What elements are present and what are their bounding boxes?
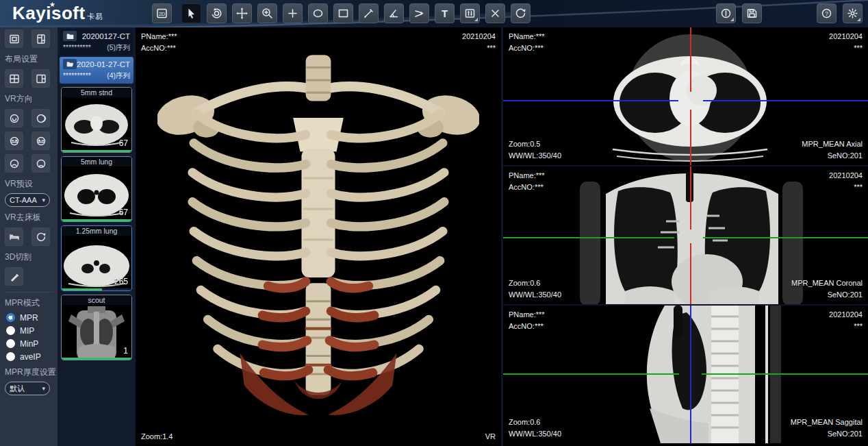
angle-tool-button[interactable] xyxy=(384,3,404,23)
pointer-tool-button[interactable] xyxy=(181,3,201,23)
series-panel: 20200127-CT ********** (5)序列 2020-01-27-… xyxy=(58,27,136,446)
mpr-column: PName:***AccNO:*** 20210204*** Zoom:0.5W… xyxy=(501,27,868,446)
coronal-zoom-overlay: Zoom:0.6WW/WL:350/40 xyxy=(509,277,561,301)
top-toolbar: Kayisoft卡易 ★ 2D xyxy=(0,0,868,27)
radio-icon xyxy=(6,326,15,335)
toolbar-right-tools: ? xyxy=(817,3,863,23)
vr-direction-left-button[interactable] xyxy=(5,132,23,150)
layout-split-button[interactable] xyxy=(31,69,50,88)
logo-star-icon: ★ xyxy=(49,1,55,8)
radio-icon xyxy=(6,339,15,348)
window-level-tool-button[interactable] xyxy=(283,3,303,23)
coronal-crosshair-horizontal[interactable] xyxy=(703,237,868,238)
mpr-axial-viewport[interactable]: PName:***AccNO:*** 20210204*** Zoom:0.5W… xyxy=(503,27,868,166)
series-thumbnail-5mm-lung[interactable]: 5mm lung 67 xyxy=(61,156,132,222)
mpr-mode-radio-mip[interactable]: MIP xyxy=(0,324,58,337)
load-progress-bar xyxy=(62,358,131,360)
toolbar-tools: 2D xyxy=(152,3,531,23)
radio-icon xyxy=(6,352,15,361)
axial-zoom-overlay: Zoom:0.5WW/WL:350/40 xyxy=(509,138,561,162)
sagittal-study-overlay: 20210204*** xyxy=(829,309,863,332)
vr-zoom-overlay: Zoom:1.4 xyxy=(141,431,173,443)
rotate-3d-tool-button[interactable] xyxy=(207,3,227,23)
mpr-mode-radio-minp[interactable]: MinP xyxy=(0,337,58,350)
vr-direction-anterior-button[interactable] xyxy=(5,109,23,127)
zoom-tool-button[interactable] xyxy=(257,3,277,23)
cobb-angle-tool-button[interactable] xyxy=(409,3,429,23)
svg-text:?: ? xyxy=(825,10,828,17)
remove-bed-button[interactable] xyxy=(5,227,23,246)
app-root: Kayisoft卡易 ★ 2D xyxy=(0,0,868,446)
study-stars: ********** xyxy=(63,43,91,53)
help-button[interactable]: ? xyxy=(817,3,837,23)
mpr-thickness-select[interactable]: 默认 ▾ xyxy=(5,382,50,395)
vr-ribcage-rendering xyxy=(157,52,479,436)
vr-preset-value: CT-AAA xyxy=(10,196,37,204)
measure-tool-button[interactable] xyxy=(359,3,379,23)
sagittal-patient-overlay: PName:***AccNO:*** xyxy=(509,309,545,332)
sagittal-crosshair-horizontal[interactable] xyxy=(503,373,679,375)
mpr-sagittal-viewport[interactable]: PName:***AccNO:*** 20210204*** Zoom:0.6W… xyxy=(503,306,868,443)
vr-viewport[interactable]: PName:***AccNO:*** 20210204*** Zoom:1.4 … xyxy=(136,27,501,446)
vr-direction-section-label: VR方向 xyxy=(0,90,58,107)
left-sidebar: 布局设置 VR方向 xyxy=(0,27,58,446)
study-item-2-selected[interactable]: 2020-01-27-CT ********** (4)序列 xyxy=(60,57,133,84)
restore-bed-button[interactable] xyxy=(31,227,50,246)
study-series-count: (4)序列 xyxy=(107,71,130,81)
folder-open-icon xyxy=(63,59,77,69)
vr-direction-posterior-button[interactable] xyxy=(31,109,50,127)
coronal-crosshair-vertical[interactable] xyxy=(690,243,691,306)
sagittal-crosshair-horizontal[interactable] xyxy=(702,373,868,375)
study-item-1[interactable]: 20200127-CT ********** (5)序列 xyxy=(60,29,133,55)
chevron-down-icon: ▾ xyxy=(42,197,45,203)
pan-tool-button[interactable] xyxy=(232,3,252,23)
series-thumbnail-5mm-stnd[interactable]: 5mm stnd 67 xyxy=(61,87,132,153)
load-progress-bar xyxy=(62,288,131,290)
mpr-mode-radio-aveip[interactable]: aveIP xyxy=(0,350,58,363)
save-image-button[interactable] xyxy=(742,3,762,23)
mpr-coronal-viewport[interactable]: PName:***AccNO:*** 20210204*** Zoom:0.6W… xyxy=(503,166,868,306)
axial-crosshair-vertical[interactable] xyxy=(690,27,691,92)
mpr-mode-radio-mpr[interactable]: MPR xyxy=(0,311,58,324)
series-thumbnail-scout[interactable]: scout 1 xyxy=(61,295,132,360)
wl-presets-button[interactable] xyxy=(460,3,480,23)
vr-2d-toggle-button[interactable]: 2D xyxy=(152,3,172,23)
layout-grid-2x2-button[interactable] xyxy=(5,69,23,88)
text-annotation-button[interactable]: T xyxy=(435,3,455,23)
folder-closed-icon xyxy=(63,31,77,41)
vr-direction-inferior-button[interactable] xyxy=(31,154,50,173)
coronal-crosshair-vertical[interactable] xyxy=(690,166,691,230)
report-button[interactable] xyxy=(716,3,736,23)
sagittal-crosshair-vertical[interactable] xyxy=(690,306,691,443)
mpr-mode-section-label: MPR模式 xyxy=(0,294,58,311)
vr-direction-superior-button[interactable] xyxy=(5,154,23,173)
coronal-study-overlay: 20210204*** xyxy=(829,170,863,193)
delete-annotation-button[interactable] xyxy=(485,3,505,23)
toolbar-mid-tools xyxy=(716,3,762,23)
study-stars: ********** xyxy=(63,71,91,81)
ellipse-roi-button[interactable] xyxy=(308,3,328,23)
coronal-series-overlay: MPR_MEAN CoronalSeNO:201 xyxy=(791,277,863,301)
layout-custom-button[interactable] xyxy=(31,29,50,48)
settings-button[interactable] xyxy=(843,3,863,23)
reset-view-button[interactable] xyxy=(511,3,531,23)
axial-crosshair-horizontal[interactable] xyxy=(703,100,868,101)
axial-patient-overlay: PName:***AccNO:*** xyxy=(509,31,545,54)
axial-crosshair-horizontal[interactable] xyxy=(503,100,678,101)
vr-preset-select[interactable]: CT-AAA ▾ xyxy=(5,193,50,207)
coronal-patient-overlay: PName:***AccNO:*** xyxy=(509,170,545,193)
coronal-crosshair-horizontal[interactable] xyxy=(503,237,674,238)
mpr-thickness-value: 默认 xyxy=(10,384,25,394)
scout-xray-thumbnail-image xyxy=(62,305,131,360)
load-progress-bar xyxy=(62,150,131,152)
layout-single-button[interactable] xyxy=(5,29,23,48)
vr-type-overlay: VR xyxy=(485,431,496,443)
study-series-count: (5)序列 xyxy=(107,43,130,53)
axial-crosshair-vertical[interactable] xyxy=(690,110,691,166)
cut-section-label: 3D切割 xyxy=(0,248,58,265)
vr-direction-right-button[interactable] xyxy=(31,132,50,150)
sagittal-zoom-overlay: Zoom:0.6WW/WL:350/40 xyxy=(509,417,561,440)
rectangle-roi-button[interactable] xyxy=(333,3,353,23)
cut-3d-knife-button[interactable] xyxy=(5,267,23,286)
series-thumbnail-125mm-lung[interactable]: 1.25mm lung 265 xyxy=(61,225,132,291)
